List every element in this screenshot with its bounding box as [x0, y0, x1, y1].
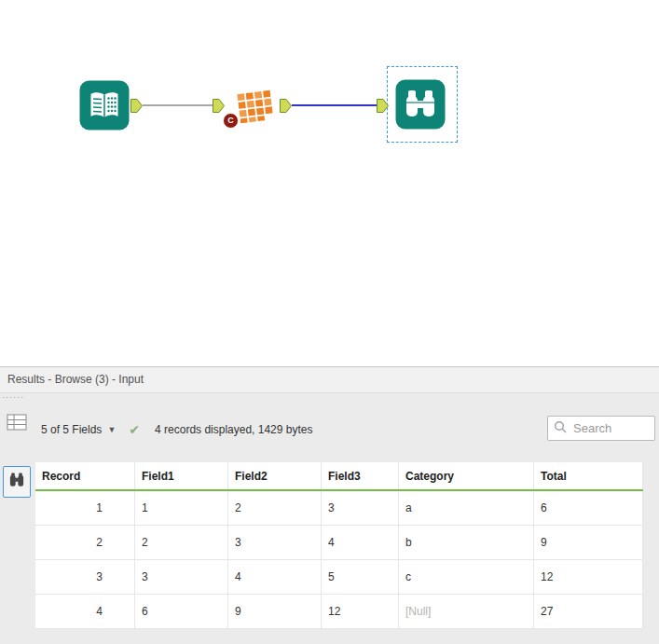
search-box[interactable]	[547, 416, 655, 441]
tool-browse[interactable]	[395, 79, 446, 130]
table-cell: 5	[322, 560, 399, 595]
workflow-canvas[interactable]: C	[0, 0, 659, 366]
table-cell: [Null]	[399, 595, 534, 629]
output-anchor-formula[interactable]	[280, 99, 292, 113]
column-header-category[interactable]: Category	[399, 462, 534, 489]
browse-view-button[interactable]	[3, 466, 31, 498]
column-header-field3[interactable]: Field3	[322, 462, 399, 489]
connection-input-to-formula[interactable]	[143, 104, 213, 106]
results-panel-title: Results - Browse (3) - Input	[0, 367, 659, 393]
table-cell: 3	[228, 526, 322, 560]
table-cell: 2	[35, 526, 135, 560]
fields-dropdown[interactable]: 5 of 5 Fields ▼	[34, 423, 116, 436]
table-row[interactable]: 3345c12	[35, 560, 643, 595]
table-view-icon	[7, 413, 27, 435]
results-grid: RecordField1Field2Field3CategoryTotal112…	[35, 462, 643, 629]
connection-formula-to-browse[interactable]	[292, 104, 377, 106]
browse-view-binoculars-icon	[6, 469, 28, 495]
results-main: 5 of 5 Fields ▼ ✔ 4 records displayed, 1…	[34, 393, 659, 644]
table-cell: 6	[135, 595, 228, 629]
table-view-button[interactable]	[5, 412, 29, 436]
results-panel: Results - Browse (3) - Input ······	[0, 366, 659, 644]
results-toolbar: 5 of 5 Fields ▼ ✔ 4 records displayed, 1…	[34, 416, 659, 444]
table-cell: 9	[228, 595, 322, 629]
input-anchor-browse[interactable]	[377, 99, 389, 113]
table-cell: 3	[135, 560, 228, 595]
table-cell: 12	[322, 595, 399, 629]
apply-check-icon: ✔	[129, 422, 140, 437]
table-cell: 9	[534, 526, 643, 560]
column-header-record[interactable]: Record	[35, 462, 135, 489]
table-cell: 1	[135, 491, 228, 526]
table-cell: c	[399, 560, 534, 595]
table-cell: 2	[228, 491, 322, 526]
records-summary: 4 records displayed, 1429 bytes	[155, 423, 312, 436]
input-anchor-formula[interactable]	[213, 99, 225, 113]
formula-c-badge: C	[223, 113, 239, 129]
table-row[interactable]: 2234b9	[35, 526, 643, 560]
column-header-total[interactable]: Total	[534, 462, 643, 489]
alteryx-designer-window: C	[0, 0, 659, 644]
table-cell: 2	[135, 526, 228, 560]
column-header-field1[interactable]: Field1	[135, 462, 228, 489]
chevron-down-icon: ▼	[107, 425, 116, 434]
table-cell: 27	[534, 595, 643, 629]
column-header-field2[interactable]: Field2	[228, 462, 322, 489]
search-input[interactable]	[571, 420, 649, 436]
table-cell: 4	[35, 595, 135, 629]
table-row[interactable]: 1123a6	[35, 491, 643, 526]
search-icon	[554, 420, 567, 437]
table-row[interactable]: 46912[Null]27	[35, 595, 643, 629]
output-anchor-input-data[interactable]	[130, 99, 143, 113]
fields-dropdown-label: 5 of 5 Fields	[41, 423, 102, 436]
grid-header-row: RecordField1Field2Field3CategoryTotal	[35, 462, 643, 491]
table-cell: 3	[322, 491, 399, 526]
tool-input-data[interactable]	[79, 80, 130, 130]
table-cell: b	[399, 526, 534, 560]
table-cell: 6	[534, 491, 643, 526]
results-body: ······	[0, 393, 659, 644]
browse-binoculars-icon	[395, 116, 446, 132]
table-cell: 12	[534, 560, 643, 595]
table-cell: 1	[35, 491, 135, 526]
table-cell: 4	[228, 560, 322, 595]
table-cell: a	[399, 491, 534, 526]
results-side-strip: ······	[0, 393, 34, 644]
table-cell: 3	[35, 560, 135, 595]
panel-grip[interactable]: ······	[2, 393, 24, 401]
table-cell: 4	[322, 526, 399, 560]
input-data-icon	[79, 117, 130, 133]
